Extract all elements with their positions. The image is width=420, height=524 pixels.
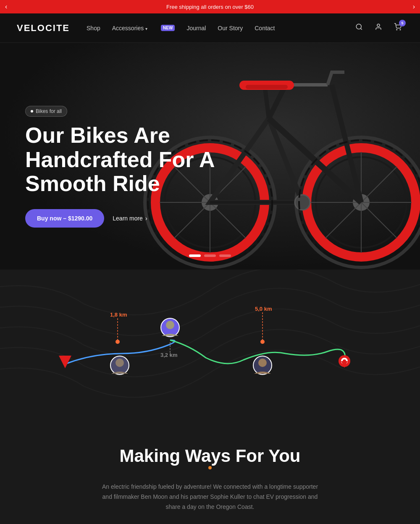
svg-point-4 xyxy=(400,29,401,30)
announcement-bar: ‹ Free shipping all orders on over $60 › xyxy=(0,0,420,13)
main-nav: VELOCITE Shop Accessories ▾ NEW Journal … xyxy=(0,13,420,43)
svg-point-50 xyxy=(166,321,174,329)
announcement-prev[interactable]: ‹ xyxy=(0,1,12,12)
making-description: An electric friendship fueled by adventu… xyxy=(97,482,323,512)
svg-rect-30 xyxy=(246,85,288,89)
svg-point-52 xyxy=(116,359,124,367)
map-section: + + 1,8 km 3,2 km 5,0 km xyxy=(0,270,420,421)
buy-now-button[interactable]: Buy now – $1290.00 xyxy=(25,209,104,228)
announcement-text: Free shipping all orders on over $60 xyxy=(166,4,254,10)
svg-text:5,0 km: 5,0 km xyxy=(255,306,272,312)
learn-more-text: Learn more xyxy=(113,215,143,222)
nav-links: Shop Accessories ▾ NEW Journal Our Story… xyxy=(87,25,354,31)
hero-title: Our Bikes Are Handcrafted For A Smooth R… xyxy=(25,123,260,196)
svg-point-2 xyxy=(377,24,380,26)
hero-buttons: Buy now – $1290.00 Learn more › xyxy=(25,209,260,228)
account-button[interactable] xyxy=(373,21,384,34)
svg-line-1 xyxy=(360,28,362,29)
svg-point-54 xyxy=(258,359,267,367)
svg-point-31 xyxy=(295,195,310,210)
svg-point-38 xyxy=(116,340,120,344)
new-badge: NEW xyxy=(161,25,175,31)
logo[interactable]: VELOCITE xyxy=(17,23,70,34)
chevron-down-icon: ▾ xyxy=(145,26,147,31)
svg-text:3,2 km: 3,2 km xyxy=(160,352,177,358)
dot-2[interactable] xyxy=(204,254,216,257)
announcement-next[interactable]: › xyxy=(408,1,420,12)
hero-tag-text: Bikes for all xyxy=(36,108,62,114)
hero-tag: Bikes for all xyxy=(25,106,67,117)
svg-point-0 xyxy=(356,24,361,29)
nav-shop[interactable]: Shop xyxy=(87,25,100,31)
nav-icons: 5 xyxy=(354,21,403,34)
cart-button[interactable]: 5 xyxy=(392,21,403,34)
hero-content: Bikes for all Our Bikes Are Handcrafted … xyxy=(25,106,260,228)
making-title: Making Ways For You xyxy=(120,446,301,466)
dot-1[interactable] xyxy=(189,254,201,257)
svg-point-3 xyxy=(396,29,397,30)
nav-our-story[interactable]: Our Story xyxy=(218,25,243,31)
map-visualization: 1,8 km 3,2 km 5,0 km xyxy=(0,295,420,387)
svg-line-27 xyxy=(326,202,361,238)
nav-contact[interactable]: Contact xyxy=(255,25,275,31)
search-button[interactable] xyxy=(354,21,365,34)
svg-line-26 xyxy=(361,202,397,238)
svg-point-43 xyxy=(260,340,265,344)
hero-carousel-dots xyxy=(189,254,231,257)
tag-dot xyxy=(31,110,33,113)
nav-journal[interactable]: Journal xyxy=(186,25,206,31)
making-ways-section: Making Ways For You An electric friendsh… xyxy=(0,421,420,524)
nav-accessories[interactable]: Accessories ▾ xyxy=(112,25,147,31)
dot-3[interactable] xyxy=(219,254,231,257)
cart-count: 5 xyxy=(399,20,406,26)
svg-line-28 xyxy=(361,167,397,202)
svg-text:1,8 km: 1,8 km xyxy=(110,312,127,318)
learn-more-button[interactable]: Learn more › xyxy=(113,215,147,222)
chevron-right-icon: › xyxy=(145,215,147,222)
hero-section: Bikes for all Our Bikes Are Handcrafted … xyxy=(0,43,420,270)
